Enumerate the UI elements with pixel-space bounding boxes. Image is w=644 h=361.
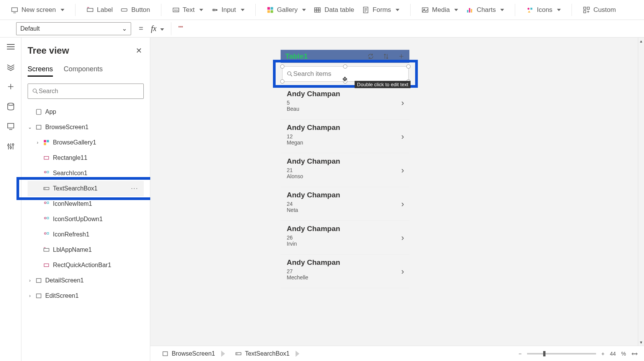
chevron-right-icon[interactable]: › [401,98,404,108]
svg-rect-49 [236,353,241,355]
tree-editscreen-node[interactable]: › EditScreen1 [28,288,144,304]
svg-rect-6 [267,7,270,10]
canvas-area[interactable]: Table1 ✥ Double click to edit text [150,38,644,361]
fx-icon[interactable]: fx [151,24,156,33]
svg-rect-45 [36,279,41,283]
datatable-icon [314,6,321,14]
resize-handle[interactable] [343,64,347,69]
charts-button[interactable]: Charts [462,6,508,14]
resize-handle[interactable] [280,79,284,84]
list-item[interactable]: Andy Champan 5 Beau › [281,86,409,120]
row-value: 24 [287,201,403,207]
custom-label: Custom [593,6,616,14]
media-rail-icon[interactable] [6,122,15,131]
media-button[interactable]: Media [417,6,462,14]
advanced-rail-icon[interactable] [6,142,15,151]
treeview-rail-icon[interactable] [6,62,15,71]
zoom-in-button[interactable]: + [601,351,605,357]
close-icon[interactable]: ✕ [136,46,142,55]
list-item[interactable]: Andy Champan 26 Irvin › [281,221,409,254]
row-value: 21 [287,167,403,173]
tree-rectangle-node[interactable]: Rectangle11 [28,150,144,166]
tree-node-label: RectQuickActionBar1 [53,262,111,269]
tree-search[interactable] [28,84,144,99]
tree-lblappname-node[interactable]: LblAppName1 [28,242,144,258]
list-item[interactable]: Andy Champan 24 Neta › [281,187,409,221]
svg-rect-46 [36,294,41,298]
fx-chevron-icon[interactable] [158,26,164,32]
icons-button[interactable]: Icons [522,6,565,14]
datatable-button[interactable]: Data table [310,6,358,14]
resize-handle[interactable] [280,64,284,69]
breadcrumb[interactable]: BrowseScreen1 [156,350,220,357]
data-rail-icon[interactable] [6,102,15,111]
iconctrl-icon [43,216,50,223]
tree-searchicon-node[interactable]: SearchIcon1 [28,166,144,181]
custom-button[interactable]: Custom [579,6,620,14]
forms-button[interactable]: Forms [358,6,403,14]
gallery-preview: Andy Champan 5 Beau › Andy Champan 12 Me… [281,86,409,288]
svg-point-34 [44,171,46,173]
tree-app-node[interactable]: App [28,104,144,120]
tree-iconrefresh-node[interactable]: IconRefresh1 [28,227,144,242]
tree-textsearchbox-node[interactable]: TextSearchBox1 ··· [28,181,144,196]
text-button[interactable]: Abc Text [168,6,207,14]
new-screen-button[interactable]: New screen [7,6,68,14]
input-button[interactable]: Input [207,6,248,14]
svg-rect-23 [8,123,14,128]
row-name: Andy Champan [287,225,403,233]
svg-rect-15 [469,8,470,13]
list-item[interactable]: Andy Champan 21 Alonso › [281,153,409,187]
tree-iconsort-node[interactable]: IconSortUpDown1 [28,212,144,227]
svg-rect-7 [270,7,273,10]
app-icon [35,108,42,115]
tab-screens[interactable]: Screens [28,65,53,77]
formula-value[interactable]: "" [178,25,183,33]
tree-browsegallery-node[interactable]: › BrowseGallery1 [28,135,144,150]
scroll-down-icon[interactable]: ▼ [638,339,644,346]
scroll-up-icon[interactable]: ▲ [638,38,644,44]
refresh-icon[interactable] [367,53,374,60]
fullscreen-icon[interactable]: ⤢ [629,348,640,359]
button-button[interactable]: Button [117,6,154,14]
tree-iconnew-node[interactable]: IconNewItem1 [28,196,144,212]
chevron-right-icon[interactable]: › [401,166,404,176]
svg-rect-36 [44,187,49,190]
input-label: Input [222,6,236,14]
chevron-right-icon[interactable]: › [401,267,404,277]
zoom-out-button[interactable]: − [519,351,522,357]
chevron-right-icon[interactable]: › [401,199,404,209]
tree-search-input[interactable] [39,88,140,95]
hamburger-icon[interactable] [6,42,15,51]
property-dropdown[interactable]: Default ⌄ [16,22,131,35]
insert-rail-icon[interactable] [6,82,15,91]
chevron-right-icon[interactable]: › [401,132,404,142]
list-item[interactable]: Andy Champan 12 Megan › [281,120,409,153]
screen-icon [35,292,42,299]
gallery-button[interactable]: Gallery [263,6,310,14]
search-placeholder[interactable] [293,70,404,78]
tree-title: Tree view [28,45,144,56]
tree-detailscreen-node[interactable]: › DetailScreen1 [28,273,144,288]
more-icon[interactable]: ··· [131,185,138,192]
screen-icon [11,6,18,14]
zoom-value: 44 [610,351,616,357]
list-item[interactable]: Andy Champan 27 Mechelle › [281,254,409,288]
resize-handle[interactable] [406,64,411,69]
zoom-slider[interactable] [527,353,596,354]
selection-box[interactable]: ✥ Double click to edit text [273,60,418,88]
vertical-scrollbar[interactable]: ▲ ▼ [638,38,644,346]
svg-rect-20 [587,7,590,9]
tree-browsescreen-node[interactable]: ⌄ BrowseScreen1 [28,120,144,135]
breadcrumb[interactable]: TextSearchBox1 [230,350,295,357]
search-input-control[interactable]: ✥ Double click to edit text [282,66,409,82]
row-sub: Irvin [287,241,403,247]
add-icon[interactable] [398,53,405,60]
sort-icon[interactable] [383,53,389,60]
tab-components[interactable]: Components [64,65,103,77]
svg-point-17 [528,8,530,10]
label-button[interactable]: Label [82,6,117,14]
tree-rectquick-node[interactable]: RectQuickActionBar1 [28,258,144,273]
chevron-right-icon[interactable]: › [401,233,404,243]
svg-rect-44 [44,264,49,267]
